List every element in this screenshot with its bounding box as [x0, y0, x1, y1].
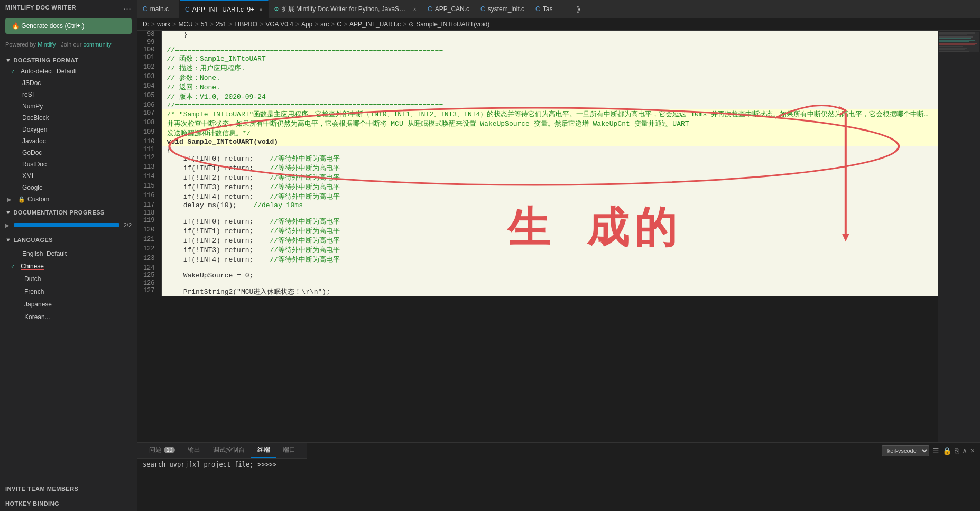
code-line-123: 123 if(!INT4) return; //等待外中断为高电平	[137, 255, 938, 264]
tab-system-init[interactable]: C system_init.c	[475, 0, 530, 18]
terminal-close-icon[interactable]: ×	[970, 447, 975, 455]
format-auto-detect[interactable]: Auto-detect Default	[0, 66, 137, 77]
terminal-content[interactable]: search uvprj[x] project file; >>>>>	[137, 459, 980, 511]
sidebar-title: MINTLIFY DOC WRITER	[5, 4, 76, 11]
format-rest[interactable]: reST	[0, 89, 137, 100]
editor-area: C main.c C APP_INT_UART.c 9+ × ⚙ 扩展 Mint…	[137, 0, 980, 511]
tab-mintlify-ext[interactable]: ⚙ 扩展 Mintlify Doc Writer for Python, Jav…	[269, 0, 422, 18]
breadcrumb: D: > work > MCU > 51 > 251 > LIBPRO > VG…	[137, 18, 980, 31]
languages-section-title[interactable]: ▼ LANGUAGES	[0, 233, 137, 245]
sidebar-header: MINTLIFY DOC WRITER ...	[0, 0, 137, 15]
code-line-126: 126	[137, 280, 938, 287]
code-line-121: 121 if(!INT2) return; //等待外中断为高电平	[137, 236, 938, 245]
breadcrumb-src: src	[320, 21, 329, 28]
lock-icon: 🔒	[18, 196, 25, 203]
code-line-124: 124	[137, 264, 938, 272]
docstring-section-title[interactable]: ▼ DOCSTRING FORMAT	[0, 53, 137, 66]
breadcrumb-func-name: Sample_INTtoUART(void)	[416, 21, 489, 28]
terminal-lock-icon[interactable]: 🔒	[942, 447, 951, 455]
breadcrumb-51: 51	[201, 21, 208, 28]
custom-label: Custom	[27, 196, 49, 203]
code-line-102: 102 // 描述：用户应用程序.	[137, 63, 938, 73]
breadcrumb-mcu: MCU	[178, 21, 192, 28]
sidebar-dots[interactable]: ...	[124, 4, 132, 11]
terminal-text: search uvprj[x] project file; >>>>>	[143, 461, 276, 468]
progress-bar-fill	[14, 223, 119, 227]
invite-team-section[interactable]: INVITE TEAM MEMBERS	[0, 481, 137, 496]
breadcrumb-function: ⊙	[409, 21, 414, 28]
mintlify-link[interactable]: Mintlify	[38, 41, 56, 48]
term-tab-terminal[interactable]: 终端	[251, 443, 276, 458]
code-line-120: 120 if(!INT1) return; //等待外中断为高电平	[137, 226, 938, 236]
ports-label: 端口	[283, 445, 295, 454]
term-tab-ports[interactable]: 端口	[276, 443, 302, 458]
tab-c-icon: C	[143, 5, 147, 13]
tab-app-int-uart-label: APP_INT_UART.c 9+	[192, 6, 255, 13]
format-google[interactable]: Google	[0, 182, 137, 193]
problems-badge: 10	[164, 447, 175, 453]
format-custom[interactable]: ▶ 🔒 Custom	[0, 193, 137, 205]
format-doxygen[interactable]: Doxygen	[0, 124, 137, 135]
code-line-122: 122 if(!INT3) return; //等待外中断为高电平	[137, 245, 938, 255]
terminal-copy-icon[interactable]: ⎘	[955, 447, 959, 455]
terminal-tabs: 问题 10 输出 调试控制台 终端 端口	[137, 443, 307, 459]
code-table: 98 } 99 100 //==========================…	[137, 31, 938, 296]
terminal-up-icon[interactable]: ∧	[962, 447, 967, 455]
doc-progress-title[interactable]: ▼ DOCUMENTATION PROGRESS	[0, 205, 137, 218]
join-text: - Join our	[57, 41, 81, 48]
tab-main-c-label: main.c	[150, 5, 169, 13]
code-line-104: 104 // 返回：None.	[137, 82, 938, 92]
code-line-118: 118	[137, 209, 938, 217]
lang-french[interactable]: French	[0, 285, 137, 298]
tab-tas[interactable]: C Tas	[530, 0, 572, 18]
format-rustdoc[interactable]: RustDoc	[0, 159, 137, 170]
community-link[interactable]: community	[83, 41, 111, 48]
format-xml[interactable]: XML	[0, 170, 137, 182]
tab-ext-icon: ⚙	[274, 6, 279, 13]
tab-c-icon-5: C	[535, 5, 540, 13]
lang-dutch[interactable]: Dutch	[0, 273, 137, 285]
tab-c-icon-4: C	[480, 5, 485, 13]
format-godoc[interactable]: GoDoc	[0, 147, 137, 159]
code-line-98: 98 }	[137, 31, 938, 39]
format-docblock[interactable]: DocBlock	[0, 112, 137, 124]
format-numpy[interactable]: NumPy	[0, 100, 137, 112]
format-javadoc[interactable]: Javadoc	[0, 135, 137, 147]
tab-app-can[interactable]: C APP_CAN.c	[422, 0, 475, 18]
close-icon[interactable]: ×	[259, 6, 262, 13]
minimap-content	[938, 31, 980, 442]
tab-app-int-uart[interactable]: C APP_INT_UART.c 9+ ×	[180, 0, 269, 18]
minimap-scrollbar[interactable]	[938, 31, 980, 442]
tab-system-init-label: system_init.c	[488, 5, 524, 13]
code-line-116: 116 if(!INT4) return; //等待外中断为高电平	[137, 192, 938, 201]
tab-overflow-btn[interactable]: ⟫	[572, 0, 585, 18]
terminal-header: 问题 10 输出 调试控制台 终端 端口	[137, 443, 980, 459]
tab-tas-label: Tas	[543, 5, 553, 13]
terminal-dropdown[interactable]: keil-vscode bash powershell	[882, 445, 929, 456]
breadcrumb-c: C	[337, 21, 341, 28]
term-tab-debug[interactable]: 调试控制台	[207, 443, 251, 458]
lang-japanese[interactable]: Japanese	[0, 298, 137, 311]
progress-section: ▶ 2/2	[0, 218, 137, 233]
close-icon-2[interactable]: ×	[413, 6, 417, 12]
hotkey-section[interactable]: HOTKEY BINDING	[0, 496, 137, 511]
tab-bar: C main.c C APP_INT_UART.c 9+ × ⚙ 扩展 Mint…	[137, 0, 980, 18]
terminal-list-icon[interactable]: ☰	[932, 447, 939, 455]
tab-c-icon-2: C	[185, 6, 190, 13]
breadcrumb-file: APP_INT_UART.c	[349, 21, 401, 28]
tab-main-c[interactable]: C main.c	[137, 0, 180, 18]
code-line-125: 125 WakeUpSource = 0;	[137, 272, 938, 280]
term-tab-problems[interactable]: 问题 10	[143, 443, 181, 458]
generate-docs-button[interactable]: 🔥 Generate docs (Ctrl+.)	[5, 18, 132, 34]
chevron-down-icon: ▼	[5, 57, 11, 63]
lang-english[interactable]: English Default	[0, 247, 137, 260]
code-line-108: 108 并再次检查中断状态。如果所有中断仍然为高电平，它会根据哪个中断将 MCU…	[137, 119, 938, 128]
overflow-icon: ⟫	[577, 5, 580, 13]
lang-korean[interactable]: Korean...	[0, 311, 137, 323]
code-editor[interactable]: 98 } 99 100 //==========================…	[137, 31, 938, 442]
format-jsdoc[interactable]: JSDoc	[0, 77, 137, 89]
chevron-right-icon: ▶	[7, 197, 12, 202]
code-line-115: 115 if(!INT3) return; //等待外中断为高电平	[137, 182, 938, 192]
term-tab-output[interactable]: 输出	[181, 443, 207, 458]
lang-chinese[interactable]: Chinese	[0, 260, 137, 273]
